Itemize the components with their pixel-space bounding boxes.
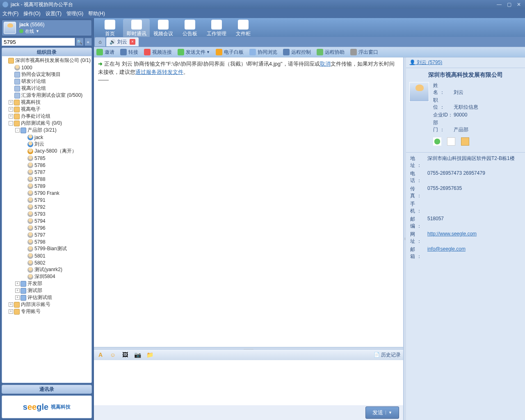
tree-person[interactable]: 5785	[34, 155, 46, 161]
search-input[interactable]	[2, 38, 75, 46]
forward-link[interactable]: 通过服务器转发文件	[135, 69, 183, 75]
tree-item[interactable]: 办事处讨论组	[21, 113, 50, 120]
tree-item[interactable]: 视高科技	[21, 99, 41, 106]
transfer-button[interactable]: 转接	[120, 49, 138, 56]
tree-person[interactable]: 5794	[34, 218, 46, 224]
tree-person[interactable]: 5786	[34, 162, 46, 168]
tab-board[interactable]: 公告板	[176, 19, 203, 38]
tree-item[interactable]: 研发讨论组	[21, 78, 46, 85]
history-button[interactable]: 📄 历史记录	[374, 352, 401, 358]
menu-settings[interactable]: 设置(T)	[46, 10, 62, 17]
tree-person[interactable]: 5790 Frank	[34, 190, 59, 196]
tree-person[interactable]: Jacy-5800（离开）	[34, 148, 77, 155]
image-button[interactable]: 🖼	[121, 351, 129, 359]
tree-person[interactable]: 5799-Bian测试	[34, 245, 67, 252]
tree-person[interactable]: 5792	[34, 204, 46, 210]
search-button[interactable]: 🔍	[76, 38, 84, 46]
maximize-button[interactable]: ▢	[505, 2, 513, 7]
tab-home[interactable]: 首页	[96, 19, 123, 38]
expand-toggle[interactable]: -	[9, 121, 13, 126]
expand-toggle[interactable]: +	[9, 100, 13, 105]
cobrowse-button[interactable]: 协同浏览	[249, 49, 277, 56]
email-link[interactable]: info@seegle.com	[427, 246, 466, 260]
cancel-link[interactable]: 取消	[320, 61, 331, 67]
tree-item[interactable]: 开发部	[27, 280, 42, 287]
sendfile-button[interactable]: 发送文件▼	[178, 49, 210, 56]
menu-manage[interactable]: 管理(G)	[66, 10, 83, 17]
tree-person[interactable]: 5797	[34, 232, 46, 238]
chevron-down-icon[interactable]: ▼	[386, 411, 392, 415]
user-avatar[interactable]	[4, 22, 16, 34]
tree-item[interactable]: 1000	[21, 65, 32, 71]
tab-video[interactable]: 视频会议	[150, 19, 176, 38]
tree-person[interactable]: 5791	[34, 197, 46, 203]
videolink-button[interactable]: 视频连接	[144, 49, 172, 56]
chat-log[interactable]: ➜正在与 刘云 协商传输文件"F:\杂\协同界面\协同界面（我截）\即时通讯4.…	[94, 57, 403, 347]
contact-action-3[interactable]	[461, 137, 469, 146]
tree-person[interactable]: 5788	[34, 176, 46, 182]
screenshot-button[interactable]: 📷▾	[133, 351, 142, 359]
expand-toggle[interactable]: +	[15, 295, 20, 300]
company-name: 深圳市视高科技发展有限公司	[409, 71, 522, 79]
expand-toggle[interactable]: +	[9, 309, 13, 314]
folder-button[interactable]: 📁	[146, 351, 154, 359]
tab-files[interactable]: 文件柜	[230, 19, 256, 38]
eboard-button[interactable]: 电子白板	[216, 49, 244, 56]
emoji-button[interactable]: ☺	[109, 351, 117, 359]
message-input[interactable]	[96, 362, 402, 404]
menu-help[interactable]: 帮助(H)	[88, 10, 105, 17]
assist-button[interactable]: 远程协助	[317, 49, 345, 56]
tab-im[interactable]: 即时通讯	[123, 19, 150, 38]
collapse-button[interactable]: «	[84, 38, 92, 46]
chat-tab-home[interactable]: ⌂	[95, 37, 105, 46]
invite-button[interactable]: 邀请	[96, 49, 114, 56]
org-tree[interactable]: 深圳市视高科技发展有限公司 (0/1) 1000 协同会议定制项目 研发讨论组 …	[2, 56, 91, 383]
tree-person[interactable]: 刘云	[34, 141, 44, 148]
tree-person[interactable]: 5793	[34, 211, 46, 217]
tree-item[interactable]: 协同会议定制项目	[21, 71, 61, 78]
tree-person[interactable]: 5802	[34, 260, 46, 266]
tree-person[interactable]: 测试(yanrk2)	[34, 266, 62, 273]
close-button[interactable]: ✕	[515, 2, 523, 7]
tree-item[interactable]: 测试部	[27, 287, 42, 294]
tree-item[interactable]: 汇源专用测试会议室 (0/500)	[21, 92, 82, 99]
expand-toggle[interactable]: +	[15, 281, 20, 286]
contact-action-1[interactable]	[433, 137, 441, 146]
chat-tab-active[interactable]: 🔊 刘云 ×	[106, 37, 139, 46]
contact-action-2[interactable]	[447, 137, 455, 146]
tree-person[interactable]: 深圳5804	[34, 273, 55, 280]
tree-item[interactable]: 评估测试组	[27, 294, 52, 301]
expand-toggle[interactable]: -	[15, 128, 20, 132]
tree-person[interactable]: 5796	[34, 225, 46, 231]
tree-person[interactable]: jack	[34, 135, 43, 140]
font-button[interactable]: A	[96, 351, 105, 359]
tree-item[interactable]: 专用账号	[21, 308, 41, 315]
website-link[interactable]: http://www.seegle.com	[427, 231, 477, 245]
tree-person[interactable]: 5787	[34, 169, 46, 175]
close-tab-button[interactable]: ×	[130, 39, 135, 45]
tree-item[interactable]: 视高电子	[21, 106, 41, 113]
tree-person[interactable]: 5798	[34, 239, 46, 245]
tree-person[interactable]: 5801	[34, 253, 46, 259]
info-header-link[interactable]: 👤 刘云 (5795)	[406, 57, 525, 68]
expand-toggle[interactable]: +	[9, 302, 13, 307]
tree-root[interactable]: 深圳市视高科技发展有限公司 (0/1)	[15, 57, 91, 64]
remote-button[interactable]: 远程控制	[283, 49, 311, 56]
expand-toggle[interactable]: +	[9, 107, 13, 112]
menu-operate[interactable]: 操作(O)	[23, 10, 40, 17]
contacts-header[interactable]: 通讯录	[2, 385, 91, 393]
status-selector[interactable]: 在线▼	[19, 28, 44, 34]
tab-work[interactable]: 工作管理	[203, 19, 230, 38]
float-button[interactable]: 浮出窗口	[350, 49, 378, 56]
org-dir-header[interactable]: 组织目录	[2, 48, 91, 56]
tree-item[interactable]: 产品部 (3/21)	[27, 127, 57, 134]
expand-toggle[interactable]: +	[9, 114, 13, 119]
tree-item[interactable]: 内部测试账号 (0/0)	[21, 120, 62, 127]
minimize-button[interactable]: —	[495, 2, 503, 7]
expand-toggle[interactable]: +	[15, 288, 20, 293]
tree-item[interactable]: 内部演示账号	[21, 301, 50, 308]
tree-item[interactable]: 视高讨论组	[21, 85, 46, 92]
send-button[interactable]: 发送▼	[365, 406, 399, 419]
tree-person[interactable]: 5789	[34, 183, 46, 189]
menu-file[interactable]: 文件(F)	[2, 10, 18, 17]
